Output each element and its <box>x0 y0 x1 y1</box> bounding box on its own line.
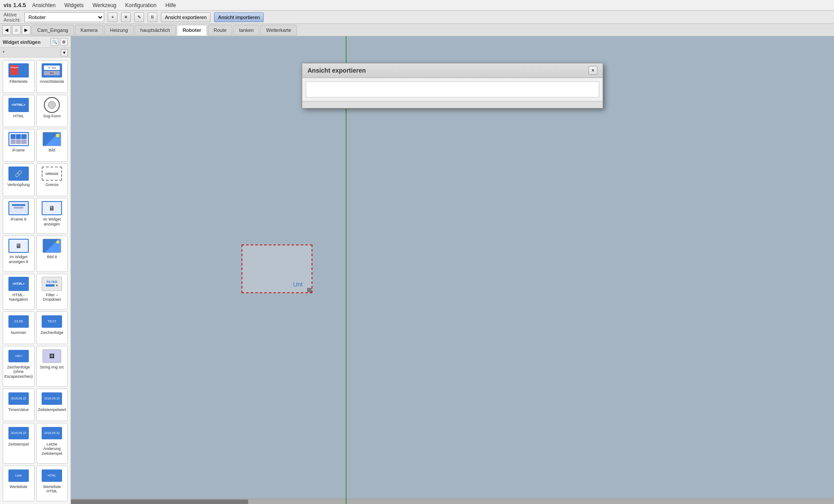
view-tabs-bar: ◀ ⌂ ▶ Cam_Eingang Kamera Heizung hauptsä… <box>0 24 834 36</box>
widget-bild[interactable]: Bild <box>36 129 68 162</box>
menu-ansichten[interactable]: Ansichten <box>28 1 60 10</box>
menu-hilfe[interactable]: Hilfe <box>161 1 180 10</box>
svg-preview <box>44 97 60 113</box>
widget-zeichenfolge-ohne[interactable]: <div> Zeichenfolge (ohne Escapezeichen) <box>3 346 35 387</box>
modal-header: Ansicht exportieren × <box>302 63 603 78</box>
widget-grenze-label: Grenze <box>45 182 58 187</box>
tab-hauptsachlich[interactable]: hauptsächlich <box>135 25 176 35</box>
widget-timesvalue-label: TimesValue <box>8 407 29 412</box>
widget-ansichtsleiste[interactable]: 👁 View Bar Ansichtsleiste <box>36 60 68 93</box>
verknupfung-preview: 🔗 <box>8 167 29 181</box>
imwidget8-preview: 🖥 <box>8 239 29 253</box>
menu-widgets[interactable]: Widgets <box>60 1 88 10</box>
widget-panel-header: Widget einfügen 🔍 ⚙ <box>0 36 70 48</box>
widget-svg-form[interactable]: Svg-Form <box>36 95 68 128</box>
widget-string-img-src[interactable]: 🖼 String img src <box>36 346 68 387</box>
widget-bild-thumb <box>41 131 62 147</box>
filter-dropdown-preview: FILTER ▼ <box>42 277 62 291</box>
widget-bild8[interactable]: Bild 8 <box>36 236 68 271</box>
widget-iframe8[interactable]: iFrame 8 <box>3 198 35 234</box>
main-layout: Widget einfügen 🔍 ⚙ * ▼ Filte <box>0 36 834 504</box>
nav-prev-button[interactable]: ◀ <box>2 25 11 35</box>
widget-group-expand-button[interactable]: ▼ <box>61 49 68 56</box>
modal-overlay: Ansicht exportieren × <box>71 36 834 504</box>
chevron-down-icon: ▼ <box>62 50 66 55</box>
widget-zeichenfolge[interactable]: TEXT Zeichenfolge <box>36 311 68 344</box>
tab-heizung[interactable]: Heizung <box>104 25 133 35</box>
modal-title: Ansicht exportieren <box>308 67 366 74</box>
widget-letzte-anderung-thumb: 2016.09.22 <box>41 425 62 441</box>
widget-search-button[interactable]: 🔍 <box>51 38 58 46</box>
widget-html-navigation-label: HTML-Navigation <box>4 293 33 302</box>
title-bar: vis 1.4.5 Ansichten Widgets Werkzeug Kon… <box>0 0 834 11</box>
widget-html[interactable]: <HTML> HTML <box>3 95 35 128</box>
widget-html-navigation[interactable]: <HTML> HTML-Navigation <box>3 274 35 310</box>
widget-settings-button[interactable]: ⚙ <box>60 38 68 46</box>
widget-zeichenfolge-ohne-label: Zeichenfolge (ohne Escapezeichen) <box>4 365 33 379</box>
widget-zeitstempelwert[interactable]: 2016.09.10 Zeitstempelwert <box>36 388 68 421</box>
widget-werteliste-label: Werteliste <box>10 485 27 489</box>
widget-zeichenfolge-thumb: TEXT <box>41 314 62 330</box>
widget-bild8-label: Bild 8 <box>47 255 57 260</box>
widget-imwidget8-thumb: 🖥 <box>8 238 29 254</box>
widget-grid: Filterleiste 👁 View Bar Ansichtslei <box>0 58 70 504</box>
widget-zeitstempel-thumb: 2016.09.22 <box>8 425 29 441</box>
edit-view-button[interactable]: ✎ <box>134 12 144 22</box>
widget-filterleiste-label: Filterleiste <box>9 79 27 84</box>
widget-iframe[interactable]: iFrame <box>3 129 35 162</box>
nav-next-button[interactable]: ▶ <box>22 25 31 35</box>
tab-roboter[interactable]: Roboter <box>177 25 207 35</box>
widget-imwidget[interactable]: 🖥 im Widget anzeigen <box>36 198 68 234</box>
widget-panel-icons: 🔍 ⚙ <box>51 38 68 46</box>
html-nav-preview: <HTML> <box>8 277 29 291</box>
widget-html-thumb: <HTML> <box>8 97 29 113</box>
export-textarea[interactable] <box>306 81 599 97</box>
add-view-button[interactable]: + <box>108 12 117 22</box>
widget-timesvalue[interactable]: 2016.09.22 TimesValue <box>3 388 35 421</box>
widget-filter-dropdown-thumb: FILTER ▼ <box>41 276 62 292</box>
widget-nummer[interactable]: 23,56 Nummer <box>3 311 35 344</box>
nummer-preview: 23,56 <box>8 315 29 328</box>
widget-werteliste-html[interactable]: HTML Werteliste HTML <box>36 465 68 501</box>
zeichenfolge-ohne-preview: <div> <box>8 350 29 362</box>
grenze-preview: GRENZE <box>42 167 62 181</box>
import-view-button[interactable]: Ansicht importieren <box>214 12 264 22</box>
copy-view-button[interactable]: ⎘ <box>148 12 157 22</box>
widget-imwidget8[interactable]: 🖥 im Widget anzeigen 8 <box>3 236 35 271</box>
widget-iframe8-thumb <box>8 200 29 216</box>
menu-werkzeug[interactable]: Werkzeug <box>88 1 121 10</box>
widget-werteliste[interactable]: Liste Werteliste <box>3 465 35 501</box>
nav-home-button[interactable]: ⌂ <box>12 25 21 35</box>
app-version: vis 1.4.5 <box>4 2 26 8</box>
tab-cam-eingang[interactable]: Cam_Eingang <box>31 25 74 35</box>
widget-string-img-src-label: String img src <box>40 365 64 370</box>
widget-verknupfung[interactable]: 🔗 Verknüpfung <box>3 163 35 196</box>
filterleiste-preview <box>8 63 29 78</box>
tab-kamera[interactable]: Kamera <box>75 25 104 35</box>
widget-filterleiste[interactable]: Filterleiste <box>3 60 35 93</box>
string-img-preview: 🖼 <box>43 349 61 363</box>
tab-tanken[interactable]: tanken <box>233 25 259 35</box>
widget-zeitstempel[interactable]: 2016.09.22 Zeitstempel <box>3 423 35 464</box>
delete-view-button[interactable]: ✕ <box>121 12 131 22</box>
zeichenfolge-preview: TEXT <box>42 315 62 328</box>
widget-grenze[interactable]: GRENZE Grenze <box>36 163 68 196</box>
widget-svg-label: Svg-Form <box>43 114 61 119</box>
ansichtsleiste-preview: 👁 View Bar <box>42 63 62 78</box>
export-view-button[interactable]: Ansicht exportieren <box>161 12 210 22</box>
tab-wetterkarte[interactable]: Wetterkarte <box>260 25 297 35</box>
letzte-anderung-preview: 2016.09.22 <box>42 427 62 439</box>
menu-konfiguration[interactable]: Konfiguration <box>121 1 161 10</box>
active-view-label: Aktive Ansicht: <box>4 12 21 23</box>
widget-werteliste-html-label: Werteliste HTML <box>38 485 67 494</box>
toolbar: Aktive Ansicht: Roboter + ✕ ✎ ⎘ Ansicht … <box>0 11 834 24</box>
widget-filter-dropdown[interactable]: FILTER ▼ Filter – Dropdown <box>36 274 68 310</box>
widget-group-header: * ▼ <box>0 48 70 58</box>
widget-letzte-anderung[interactable]: 2016.09.22 Letzte Änderung Zeitstempel <box>36 423 68 464</box>
active-view-select[interactable]: Roboter <box>24 12 104 22</box>
widget-group-label: * <box>3 50 4 55</box>
left-panel: Widget einfügen 🔍 ⚙ * ▼ Filte <box>0 36 71 504</box>
modal-close-button[interactable]: × <box>588 66 597 75</box>
canvas-area[interactable]: Unt Ansicht exportieren × <box>71 36 834 504</box>
tab-route[interactable]: Route <box>208 25 232 35</box>
